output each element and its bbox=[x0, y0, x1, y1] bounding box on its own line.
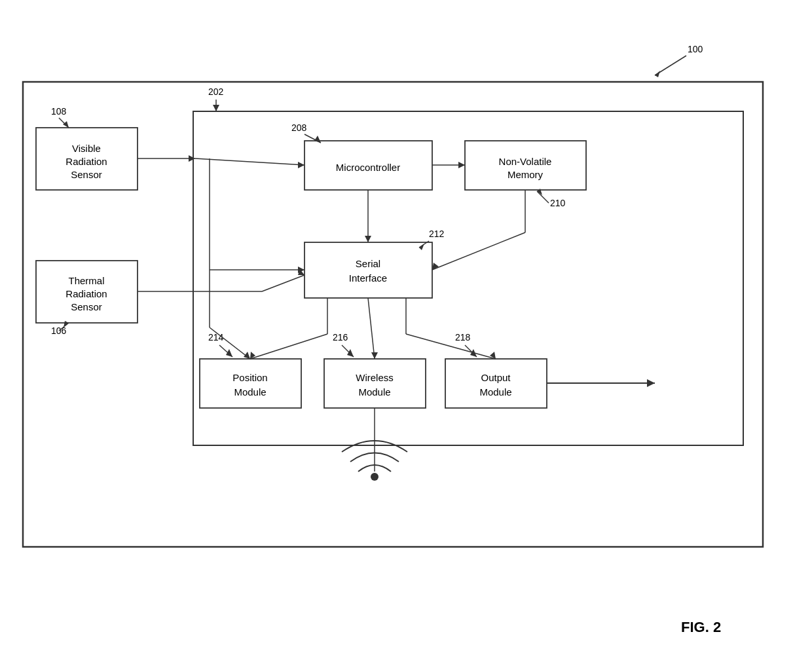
thermal-radiation-label3: Sensor bbox=[71, 301, 102, 312]
wireless-module-label: Wireless bbox=[356, 372, 394, 383]
svg-line-50 bbox=[368, 298, 375, 359]
ref-218: 218 bbox=[455, 332, 471, 343]
position-module-label2: Module bbox=[234, 386, 266, 398]
ref-108: 108 bbox=[51, 106, 67, 117]
position-module-label: Position bbox=[232, 372, 267, 383]
svg-marker-26 bbox=[347, 349, 354, 357]
serial-interface-label: Serial bbox=[356, 258, 380, 269]
svg-rect-24 bbox=[324, 359, 426, 408]
svg-line-53 bbox=[406, 334, 496, 359]
output-module-label: Output bbox=[481, 372, 511, 383]
svg-marker-37 bbox=[298, 162, 304, 168]
thermal-radiation-label: Thermal bbox=[68, 275, 104, 286]
ref-208: 208 bbox=[291, 122, 307, 133]
ref-216: 216 bbox=[333, 332, 348, 343]
visible-radiation-label3: Sensor bbox=[71, 169, 102, 180]
svg-line-36 bbox=[195, 158, 304, 165]
nvm-label: Non-Volatile bbox=[499, 156, 552, 167]
svg-marker-31 bbox=[189, 155, 195, 162]
svg-marker-56 bbox=[244, 352, 250, 359]
svg-line-16 bbox=[537, 191, 549, 203]
svg-line-48 bbox=[250, 334, 327, 359]
nvm-label2: Memory bbox=[507, 169, 544, 180]
microcontroller-label: Microcontroller bbox=[336, 162, 400, 173]
svg-point-60 bbox=[371, 473, 378, 481]
svg-rect-18 bbox=[304, 242, 432, 298]
serial-interface-label2: Interface bbox=[349, 272, 387, 284]
visible-radiation-label: Visible bbox=[72, 143, 101, 154]
output-module-label2: Module bbox=[479, 386, 511, 398]
ref-212: 212 bbox=[429, 229, 445, 239]
svg-rect-21 bbox=[200, 359, 301, 408]
wireless-module-label2: Module bbox=[358, 386, 390, 398]
ref-202: 202 bbox=[208, 86, 224, 97]
svg-marker-58 bbox=[647, 379, 655, 387]
svg-marker-23 bbox=[226, 349, 232, 357]
ref-214: 214 bbox=[208, 332, 224, 343]
svg-rect-27 bbox=[445, 359, 547, 408]
svg-marker-51 bbox=[371, 352, 378, 359]
svg-marker-41 bbox=[458, 162, 465, 168]
svg-marker-43 bbox=[365, 236, 371, 242]
visible-radiation-label2: Radiation bbox=[65, 156, 107, 167]
thermal-radiation-label2: Radiation bbox=[65, 288, 107, 299]
diagram: 100 202 Visible Radiation Sensor 108 The… bbox=[0, 0, 812, 668]
svg-line-45 bbox=[432, 232, 525, 270]
svg-marker-3 bbox=[655, 71, 660, 77]
figure-label: FIG. 2 bbox=[681, 619, 721, 635]
ref-100: 100 bbox=[688, 44, 703, 54]
svg-marker-5 bbox=[213, 105, 219, 111]
svg-line-33 bbox=[262, 275, 304, 291]
ref-210: 210 bbox=[550, 198, 566, 208]
